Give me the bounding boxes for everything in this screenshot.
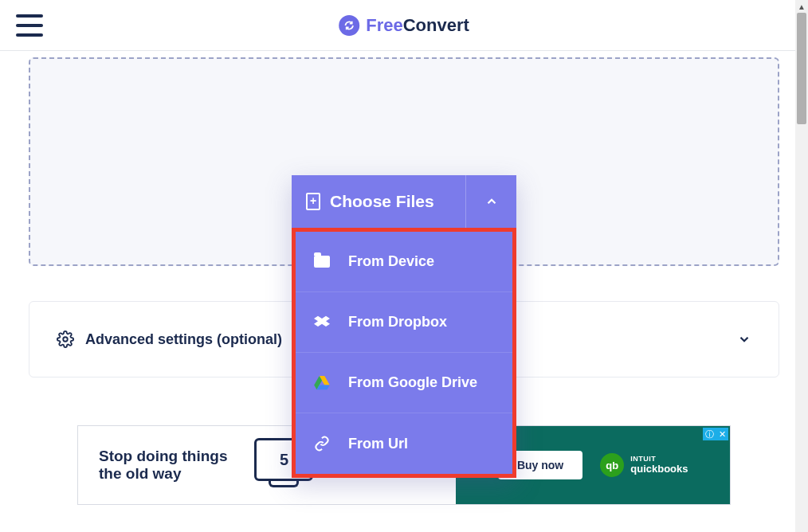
logo-text-convert: Convert <box>403 15 469 35</box>
gear-icon <box>57 331 74 348</box>
chevron-up-icon <box>484 194 499 209</box>
ad-info-icon[interactable]: ⓘ <box>703 428 716 440</box>
from-device-label: From Device <box>348 253 434 270</box>
from-google-drive-label: From Google Drive <box>348 374 477 391</box>
folder-icon <box>313 256 331 268</box>
app-logo[interactable]: FreeConvert <box>339 15 469 36</box>
menu-button[interactable] <box>16 14 43 37</box>
from-dropbox-item[interactable]: From Dropbox <box>296 292 512 353</box>
main-content: Choose Files From Device From Dropbox <box>0 57 808 505</box>
from-url-item[interactable]: From Url <box>296 413 512 474</box>
svg-point-0 <box>63 337 68 342</box>
choose-files-dropdown-toggle[interactable] <box>465 175 516 228</box>
ad-close-icon[interactable]: ✕ <box>716 428 728 440</box>
file-source-dropdown: From Device From Dropbox <box>292 228 516 478</box>
advanced-settings-label: Advanced settings (optional) <box>85 331 282 348</box>
quickbooks-icon: qb <box>600 453 624 477</box>
google-drive-icon <box>313 376 331 390</box>
link-icon <box>313 436 331 452</box>
refresh-icon <box>339 15 359 36</box>
ad-headline: Stop doing things the old way <box>99 448 227 483</box>
ad-controls: ⓘ ✕ <box>703 428 728 440</box>
choose-files-button-row: Choose Files <box>292 175 516 228</box>
quickbooks-brand: qb INTUIT quickbooks <box>600 453 688 477</box>
dropbox-icon <box>313 315 331 330</box>
scroll-up-arrow-icon[interactable]: ▲ <box>795 0 808 13</box>
from-device-item[interactable]: From Device <box>296 232 512 292</box>
from-url-label: From Url <box>348 436 408 452</box>
chevron-down-icon <box>737 332 751 346</box>
choose-files-button[interactable]: Choose Files <box>292 175 465 228</box>
logo-text-free: Free <box>366 15 402 35</box>
vertical-scrollbar[interactable]: ▲ <box>795 0 808 532</box>
from-dropbox-label: From Dropbox <box>348 314 447 331</box>
choose-files-group: Choose Files From Device From Dropbox <box>292 175 516 478</box>
scrollbar-thumb[interactable] <box>797 13 806 124</box>
file-add-icon <box>306 193 320 210</box>
from-google-drive-item[interactable]: From Google Drive <box>296 353 512 413</box>
app-header: FreeConvert <box>0 0 808 51</box>
choose-files-label: Choose Files <box>330 192 434 211</box>
